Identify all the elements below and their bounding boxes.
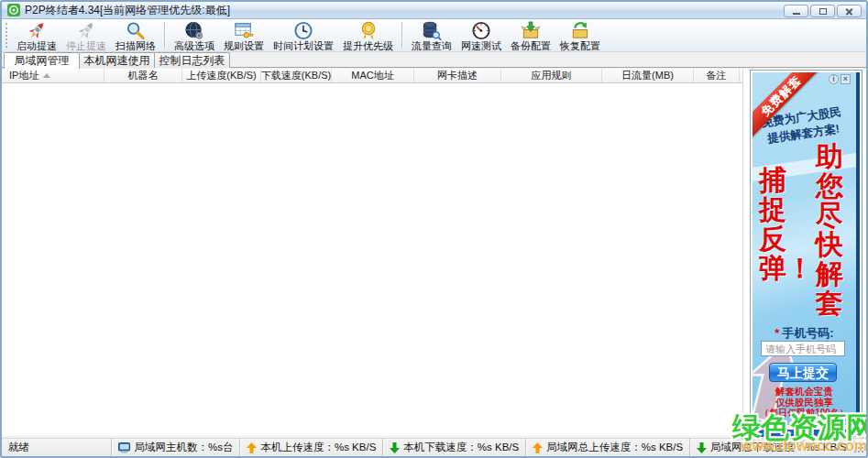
status-host-count: 局域网主机数：%s台 [111,439,239,456]
advanced-options-button[interactable]: 高级选项 [170,19,219,51]
column-header-nic-description[interactable]: 网卡描述 [414,69,501,82]
raise-priority-button[interactable]: 提升优先级 [338,19,398,51]
ad-banner[interactable]: 免费解套 i × 免费为广大股民 提供解套方案! 助您尽快解套 捕捉反弹！ *手… [750,70,863,440]
table-body-empty [2,84,742,436]
ad-note-line1: 解套机会宝贵 [753,387,856,398]
clock-icon [292,20,314,41]
close-button[interactable] [837,5,862,17]
magnifier-icon [125,20,147,41]
ad-big-text-left: 捕捉反弹！ [759,166,788,283]
traffic-query-button[interactable]: 流量查询 [407,19,456,51]
stop-speedup-button[interactable]: 停止提速 [61,19,111,51]
window-title: P2P终结者4.34[当前网络管理优先级:最低] [25,3,230,18]
watermark-site-url: www.downcc.com [741,438,867,454]
ad-content[interactable]: 免费解套 i × 免费为广大股民 提供解套方案! 助您尽快解套 捕捉反弹！ *手… [753,72,860,425]
toolbar-label: 高级选项 [174,41,214,51]
toolbar-label: 停止提速 [66,41,106,51]
time-plan-settings-button[interactable]: 时间计划设置 [269,19,338,51]
up-arrow-icon [533,442,543,453]
speed-test-button[interactable]: 网速测试 [456,19,506,51]
tab-lan-management[interactable]: 局域网管理 [4,52,80,69]
toolbar-label: 恢复配置 [560,41,600,51]
app-window: P2P终结者4.34[当前网络管理优先级:最低] 启动提速 [0,0,868,458]
rule-settings-button[interactable]: 规则设置 [219,19,269,51]
toolbar-label: 提升优先级 [343,41,393,51]
tab-control-log-list[interactable]: 控制日志列表 [154,52,230,68]
ad-close-icon[interactable]: × [841,74,851,84]
gauge-icon [470,20,492,41]
table-key-icon [233,20,255,41]
toolbar-separator [401,22,403,49]
table-header-row: IP地址 机器名 上传速度(KB/S) 下载速度(KB/S) MAC地址 网卡描… [2,69,742,83]
box-download-icon [520,20,542,41]
toolbar-label: 时间计划设置 [273,41,334,51]
minimize-icon [793,13,800,15]
maximize-icon [819,8,827,15]
toolbar-label: 启动提速 [16,41,57,51]
database-search-icon [421,20,443,41]
rocket-icon [26,20,48,41]
down-arrow-icon [697,442,707,453]
required-mark: * [775,326,779,340]
lan-host-table: IP地址 机器名 上传速度(KB/S) 下载速度(KB/S) MAC地址 网卡描… [2,69,742,436]
ad-big-text-right: 助您尽快解套 [816,142,845,319]
toolbar-grip[interactable] [5,23,10,48]
sort-ascending-icon [43,73,50,78]
scan-network-button[interactable]: 扫描网络 [111,19,160,51]
ad-info-icon[interactable]: i [829,74,839,84]
tab-local-speed-usage[interactable]: 本机网速使用 [79,52,155,68]
phone-label: *手机号码: [753,325,856,342]
medal-icon [357,20,379,41]
app-logo-icon [7,4,20,16]
toolbar-label: 扫描网络 [115,41,156,51]
down-arrow-icon [390,442,400,453]
column-header-ip[interactable]: IP地址 [2,69,104,82]
ad-note-line2: 仅供股民独享 [753,398,856,409]
start-speedup-button[interactable]: 启动提速 [12,19,61,51]
column-header-mac[interactable]: MAC地址 [332,69,414,82]
submit-button[interactable]: 马上提交 [769,363,837,382]
minimize-button[interactable] [784,5,808,17]
column-header-upload-speed[interactable]: 上传速度(KB/S) [182,69,261,82]
close-icon [845,7,853,16]
computer-icon [118,442,130,453]
status-local-upload: 本机上传速度：%s KB/S [239,439,382,456]
column-header-daily-traffic[interactable]: 日流量(MB) [602,69,694,82]
title-bar[interactable]: P2P终结者4.34[当前网络管理优先级:最低] [2,2,866,19]
main-area: IP地址 机器名 上传速度(KB/S) 下载速度(KB/S) MAC地址 网卡描… [2,69,866,436]
toolbar-label: 流量查询 [412,41,452,51]
tab-bar: 局域网管理 本机网速使用 控制日志列表 [2,52,866,68]
toolbar-separator [164,22,166,49]
phone-input[interactable] [761,341,845,356]
restore-config-button[interactable]: 恢复配置 [555,19,605,51]
status-lan-upload: 局域网总上传速度：%s KB/S [525,439,689,456]
maximize-button[interactable] [810,5,835,17]
globe-gear-icon [183,20,205,41]
up-arrow-icon [247,442,257,453]
backup-config-button[interactable]: 备份配置 [506,19,555,51]
right-panel: 免费解套 i × 免费为广大股民 提供解套方案! 助您尽快解套 捕捉反弹！ *手… [742,69,866,436]
toolbar: 启动提速 停止提速 扫描网络 [2,19,866,52]
column-header-applied-rule[interactable]: 应用规则 [501,69,602,82]
toolbar-label: 规则设置 [224,41,264,51]
box-restore-icon [569,20,591,41]
column-header-remark[interactable]: 备注 [694,69,740,82]
status-ready: 就绪 [2,439,111,456]
column-header-hostname[interactable]: 机器名 [104,69,182,82]
toolbar-label: 备份配置 [511,41,551,51]
status-local-download: 本机下载速度：%s KB/S [382,439,525,456]
rocket-stop-icon [75,20,97,41]
column-header-download-speed[interactable]: 下载速度(KB/S) [261,69,332,82]
toolbar-label: 网速测试 [461,41,501,51]
